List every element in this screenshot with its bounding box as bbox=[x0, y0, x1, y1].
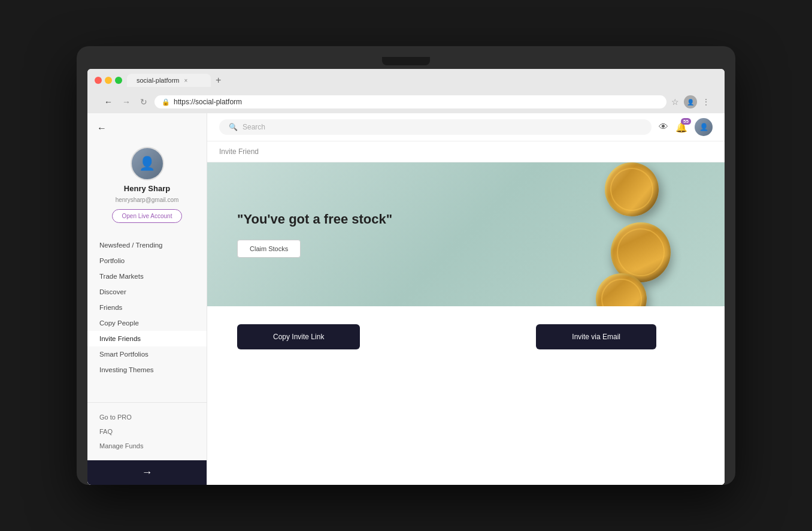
maximize-window-button[interactable] bbox=[115, 77, 122, 84]
profile-email: henrysharp@gmail.com bbox=[116, 197, 179, 203]
coins-decoration bbox=[557, 162, 677, 306]
browser-profile-avatar[interactable]: 👤 bbox=[684, 95, 697, 108]
sidebar-item-faq[interactable]: FAQ bbox=[87, 424, 207, 439]
search-bar[interactable]: 🔍 Search bbox=[219, 119, 652, 135]
camera-notch bbox=[382, 57, 430, 65]
url-text: https://social-platform bbox=[174, 98, 242, 106]
sidebar-item-newsfeed[interactable]: Newsfeed / Trending bbox=[87, 237, 207, 253]
lock-icon: 🔒 bbox=[162, 98, 170, 106]
refresh-button[interactable]: ↻ bbox=[138, 96, 150, 108]
search-placeholder: Search bbox=[243, 123, 265, 131]
hero-quote: "You've got a free stock" bbox=[237, 211, 392, 228]
sidebar-footer: Go to PRO FAQ Manage Funds bbox=[87, 402, 207, 460]
sidebar-item-portfolio[interactable]: Portfolio bbox=[87, 253, 207, 268]
app-layout: ← 👤 Henry Sharp henrysharp@gmail.com Ope… bbox=[87, 113, 725, 485]
page-content: Invite Friend "You've got a free stock" … bbox=[207, 141, 725, 367]
sidebar-item-discover[interactable]: Discover bbox=[87, 284, 207, 300]
open-live-account-button[interactable]: Open Live Account bbox=[112, 209, 183, 223]
sidebar-item-go-to-pro[interactable]: Go to PRO bbox=[87, 410, 207, 424]
tab-title: social-platform bbox=[137, 77, 180, 84]
minimize-window-button[interactable] bbox=[105, 77, 112, 84]
active-tab[interactable]: social-platform × bbox=[127, 74, 211, 87]
browser-chrome: social-platform × + ← → ↻ 🔒 https://soci… bbox=[87, 69, 725, 113]
sidebar: ← 👤 Henry Sharp henrysharp@gmail.com Ope… bbox=[87, 113, 207, 485]
sidebar-nav: Newsfeed / Trending Portfolio Trade Mark… bbox=[87, 233, 207, 402]
back-button[interactable]: ← bbox=[102, 96, 115, 108]
search-icon: 🔍 bbox=[229, 123, 238, 131]
logout-icon: → bbox=[142, 466, 153, 479]
sidebar-back-button[interactable]: ← bbox=[87, 123, 207, 141]
invite-via-email-button[interactable]: Invite via Email bbox=[536, 324, 656, 349]
eye-icon: 👁 bbox=[659, 122, 668, 132]
menu-button[interactable]: ⋮ bbox=[702, 97, 710, 107]
main-header: 🔍 Search 👁 🔔 55 👤 bbox=[207, 113, 725, 141]
sidebar-item-trade-markets[interactable]: Trade Markets bbox=[87, 268, 207, 284]
sidebar-item-invite-friends[interactable]: Invite Friends bbox=[87, 331, 207, 346]
bookmark-button[interactable]: ☆ bbox=[671, 97, 679, 107]
sidebar-profile: 👤 Henry Sharp henrysharp@gmail.com Open … bbox=[87, 141, 207, 233]
logout-button[interactable]: → bbox=[87, 460, 207, 485]
action-buttons: Copy Invite Link Invite via Email bbox=[207, 306, 686, 367]
traffic-lights bbox=[95, 77, 122, 84]
header-user-avatar[interactable]: 👤 bbox=[695, 118, 713, 136]
claim-stocks-button[interactable]: Claim Stocks bbox=[237, 240, 301, 258]
sidebar-item-friends[interactable]: Friends bbox=[87, 300, 207, 315]
main-content: 🔍 Search 👁 🔔 55 👤 bbox=[207, 113, 725, 485]
browser-nav: ← → ↻ 🔒 https://social-platform ☆ 👤 ⋮ bbox=[95, 92, 717, 113]
coin-1 bbox=[599, 162, 665, 222]
avatar: 👤 bbox=[131, 147, 164, 180]
copy-invite-link-button[interactable]: Copy Invite Link bbox=[237, 324, 360, 349]
close-window-button[interactable] bbox=[95, 77, 102, 84]
header-icons: 👁 🔔 55 👤 bbox=[659, 118, 713, 136]
address-bar[interactable]: 🔒 https://social-platform bbox=[154, 95, 666, 108]
new-tab-button[interactable]: + bbox=[213, 75, 223, 86]
sidebar-item-investing-themes[interactable]: Investing Themes bbox=[87, 362, 207, 378]
browser-titlebar: social-platform × + bbox=[95, 74, 717, 87]
sidebar-item-copy-people[interactable]: Copy People bbox=[87, 315, 207, 331]
tab-bar: social-platform × + bbox=[127, 74, 717, 87]
eye-button[interactable]: 👁 bbox=[659, 122, 668, 132]
notification-badge: 55 bbox=[681, 118, 691, 125]
hero-text: "You've got a free stock" Claim Stocks bbox=[237, 211, 392, 258]
sidebar-item-smart-portfolios[interactable]: Smart Portfolios bbox=[87, 346, 207, 362]
profile-name: Henry Sharp bbox=[124, 184, 170, 193]
tab-close-button[interactable]: × bbox=[184, 77, 188, 84]
hero-banner: "You've got a free stock" Claim Stocks bbox=[207, 162, 725, 306]
page-subtitle: Invite Friend bbox=[207, 141, 725, 162]
forward-button[interactable]: → bbox=[120, 96, 133, 108]
nav-actions: ☆ 👤 ⋮ bbox=[671, 95, 710, 108]
notifications-button[interactable]: 🔔 55 bbox=[675, 122, 687, 133]
sidebar-item-manage-funds[interactable]: Manage Funds bbox=[87, 439, 207, 453]
screen: social-platform × + ← → ↻ 🔒 https://soci… bbox=[87, 69, 725, 485]
